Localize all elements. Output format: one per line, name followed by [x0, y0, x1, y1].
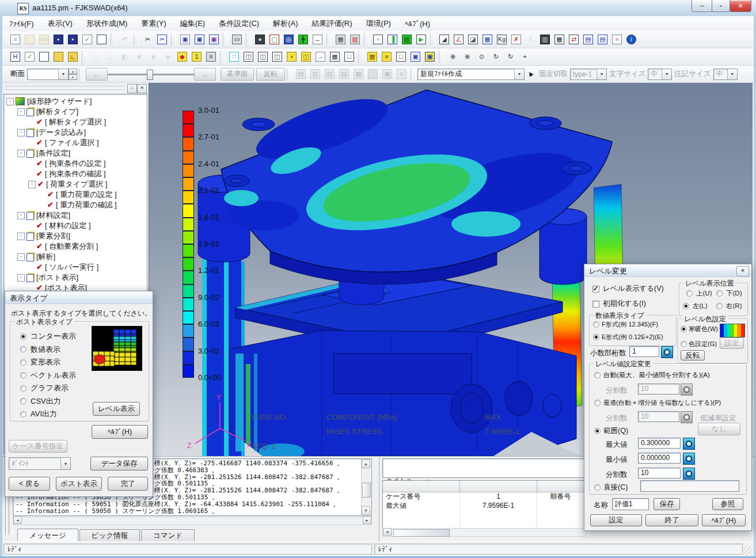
save-as-icon[interactable]: ▪ — [66, 32, 80, 47]
tab-messages[interactable]: メッセージ — [17, 529, 78, 542]
level-display-button[interactable]: レベル表示 — [93, 402, 140, 416]
save-icon[interactable]: ▪ — [51, 32, 66, 47]
tree-item[interactable]: ✔[ ソルバー実行 ] — [4, 262, 147, 272]
grid-green-icon[interactable]: ╋ — [296, 32, 310, 47]
section-combo[interactable]: ▼ — [27, 69, 69, 80]
show-level-checkbox[interactable]: レベル表示する(V) — [592, 284, 664, 294]
format-f-radio[interactable]: F形式(例 12.345)(F) — [593, 320, 658, 329]
section-stepper[interactable]: ▲▼ — [69, 69, 77, 80]
menu-item[interactable]: 結果評価(R) — [305, 16, 359, 31]
section-view-icon[interactable]: ◪ — [466, 32, 480, 47]
custom-color-radio[interactable]: 色設定(G) — [681, 340, 717, 348]
expand-icon[interactable]: - — [28, 181, 36, 188]
tree-item[interactable]: -[データ読込み] — [4, 127, 147, 138]
cylinder-yellow-icon[interactable]: ◫ — [299, 50, 313, 64]
exit-button[interactable]: 終了 — [645, 514, 698, 526]
post-type-option[interactable]: 変形表示 — [20, 358, 76, 367]
post-type-option[interactable]: ベクトル表示 — [20, 371, 76, 380]
format-e-radio[interactable]: E形式(例 0.12E+2)(E) — [593, 333, 663, 341]
cylinder-mesh-icon[interactable]: ◫ — [270, 50, 284, 64]
expand-icon[interactable]: - — [17, 129, 25, 136]
minimize-button[interactable]: ─ — [692, 0, 712, 12]
plane-create-icon[interactable]: ◢ — [437, 32, 451, 47]
resize-grip[interactable] — [744, 546, 753, 555]
cut-element-icon[interactable]: ✂ — [155, 32, 169, 47]
tree-item[interactable]: ✔[ 自動要素分割 ] — [4, 241, 147, 252]
expand-icon[interactable]: - — [6, 98, 14, 105]
scroll-thumb[interactable] — [393, 529, 450, 537]
expand-icon[interactable]: - — [17, 233, 25, 240]
tree-item[interactable]: -[要素分割] — [4, 231, 147, 241]
name-input[interactable]: 評価1 — [612, 498, 649, 510]
min-value-spinner[interactable] — [683, 453, 695, 465]
fit-view-icon[interactable]: ▢ — [267, 32, 282, 47]
post-type-option[interactable]: グラフ表示 — [20, 384, 76, 393]
menu-item[interactable]: 編集(E) — [173, 16, 212, 31]
folder-open-icon[interactable]: ◣ — [66, 50, 80, 64]
menu-item[interactable]: 形状作成(M) — [79, 16, 135, 31]
frame-box-icon[interactable]: ▣ — [408, 50, 423, 64]
scroll-right-icon[interactable]: ► — [363, 517, 371, 524]
position-left-radio[interactable]: 左(L) — [683, 302, 708, 310]
position-right-radio[interactable]: 右(R) — [716, 302, 742, 310]
tree-item[interactable]: -[解析] — [4, 252, 147, 262]
post-type-option[interactable]: AVI出力 — [20, 409, 76, 419]
frame-box-yellow-icon[interactable]: ▣ — [423, 50, 437, 64]
checkbox-icon[interactable] — [592, 301, 599, 308]
restore-panel-icon[interactable]: □ — [127, 84, 137, 93]
menu-item[interactable]: 条件設定(C) — [212, 16, 266, 31]
expand-icon[interactable]: - — [17, 150, 25, 157]
tree-item[interactable]: ✔[ 拘束条件の設定 ] — [4, 158, 147, 169]
range-division-spinner[interactable] — [683, 468, 695, 480]
mesh-press-top-icon[interactable]: ▦ — [333, 32, 348, 47]
scroll-down-icon[interactable]: ▼ — [362, 506, 370, 515]
list-view-icon[interactable]: ≡ — [204, 50, 218, 64]
tree-item[interactable]: -[線形静ウィザード] — [4, 96, 147, 107]
blank-page-icon[interactable] — [94, 32, 109, 47]
scroll-thumb[interactable] — [362, 483, 371, 498]
tree-item[interactable]: ✔[ 重力荷重の確認 ] — [4, 200, 147, 210]
post-display-button[interactable]: ポスト表示 — [56, 477, 102, 491]
transform-number-icon[interactable]: ⇄ — [567, 32, 581, 47]
close-panel-icon[interactable]: ✕ — [137, 84, 147, 93]
tetra-one-icon[interactable]: 1 — [189, 50, 204, 64]
max-value-input[interactable]: 0.300000 — [638, 438, 681, 449]
pan-icon[interactable]: + — [518, 50, 532, 64]
set-button[interactable]: 設定 — [590, 514, 642, 526]
zoom-view-icon[interactable]: ◎ — [282, 32, 296, 47]
chevron-down-icon[interactable]: ▼ — [514, 69, 524, 79]
close-button[interactable]: ✕ — [730, 0, 751, 12]
message-vscrollbar[interactable]: ▲ ▼ — [361, 460, 371, 515]
table-props-icon[interactable]: ▦ — [480, 32, 495, 47]
scroll-left-icon[interactable]: ◄ — [13, 517, 22, 524]
menu-item[interactable]: 表示(V) — [41, 16, 79, 31]
zoom-in-icon[interactable]: ⊕ — [460, 50, 474, 64]
expand-icon[interactable]: - — [17, 253, 25, 261]
tree-item[interactable]: -✔[ 荷重タイプ選択 ] — [4, 179, 147, 189]
dialog-title[interactable]: 表示タイプ — [5, 291, 153, 304]
chevron-down-icon[interactable]: ▼ — [58, 69, 68, 79]
mass-doc-icon[interactable]: Kg — [495, 32, 509, 47]
position-top-radio[interactable]: 上(U) — [686, 289, 712, 298]
yellow-cube-icon[interactable]: ■ — [379, 50, 394, 64]
message-hscrollbar[interactable]: ◄ ► — [13, 517, 372, 525]
result-hscrollbar[interactable]: ◄ — [382, 528, 586, 537]
tree-item[interactable]: -[条件設定] — [4, 148, 147, 158]
menu-item[interactable]: 要素(Y) — [134, 16, 173, 31]
checkbox-checked-icon[interactable] — [592, 286, 599, 293]
decimal-input[interactable]: 1 — [629, 346, 659, 357]
menu-item[interactable]: 解析(A) — [266, 16, 305, 31]
snapshot-icon[interactable]: ● — [253, 32, 267, 47]
new-file-combo[interactable]: 新規ﾌｧｲﾙ作成▼ — [417, 69, 525, 80]
yellow-cube-mesh-icon[interactable]: ▦ — [365, 50, 379, 64]
scroll-left-icon[interactable]: ◄ — [383, 528, 392, 536]
min-value-input[interactable]: 0.000000 — [638, 453, 681, 464]
warm-color-radio[interactable]: 寒暖色(W) — [681, 325, 718, 333]
direct-radio[interactable]: 直接(C) — [594, 483, 628, 492]
tetra-red-icon[interactable]: ◆ — [175, 50, 189, 64]
cylinder-wire-icon[interactable]: ◫ — [256, 50, 270, 64]
dialog-title[interactable]: レベル変更 — [584, 264, 751, 277]
decimal-spinner[interactable] — [661, 346, 673, 358]
section-slider[interactable] — [108, 69, 194, 80]
close-icon[interactable]: ✕ — [736, 266, 749, 276]
